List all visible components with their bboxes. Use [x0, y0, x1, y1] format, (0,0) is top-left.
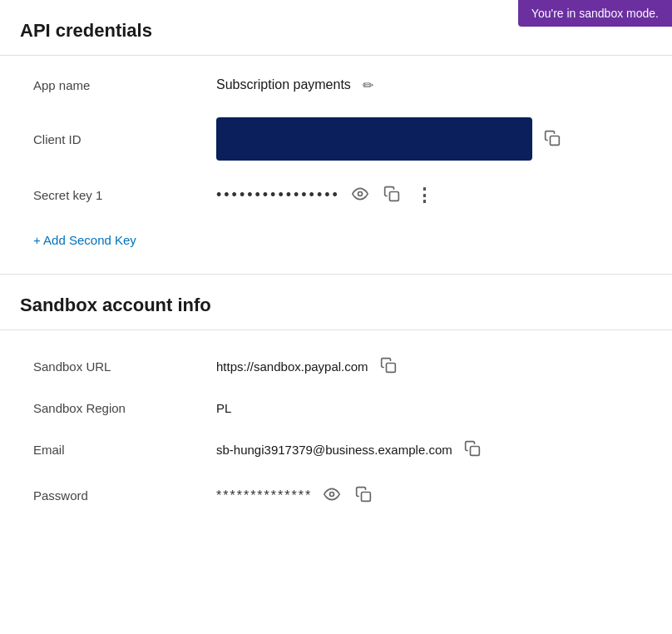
client-id-label: Client ID [33, 132, 216, 146]
sandbox-url-text: https://sandbox.paypal.com [216, 359, 368, 374]
email-row: Email sb-hungi3917379@business.example.c… [33, 427, 639, 473]
sandbox-region-value: PL [216, 401, 231, 415]
eye-icon [352, 189, 368, 206]
sandbox-region-row: Sandbox Region PL [33, 389, 639, 427]
add-second-key-link[interactable]: + Add Second Key [33, 233, 136, 247]
svg-rect-3 [386, 364, 395, 373]
password-dots: ************** [216, 488, 312, 503]
pencil-icon: ✏ [363, 78, 373, 92]
sandbox-account-section: Sandbox account info Sandbox URL https:/… [0, 275, 672, 532]
reveal-password-button[interactable] [320, 484, 343, 507]
app-name-value: Subscription payments ✏ [216, 76, 377, 94]
email-text: sb-hungi3917379@business.example.com [216, 443, 452, 457]
app-name-label: App name [33, 78, 216, 92]
client-id-value [216, 117, 564, 161]
svg-point-1 [358, 192, 362, 196]
email-label: Email [33, 443, 216, 457]
eye-password-icon [324, 489, 340, 506]
copy-email-icon [464, 443, 481, 460]
sandbox-url-label: Sandbox URL [33, 359, 216, 374]
svg-point-5 [330, 493, 334, 497]
copy-secret-icon [383, 189, 400, 206]
sandbox-url-row: Sandbox URL https://sandbox.paypal.com [33, 344, 639, 389]
svg-rect-0 [551, 136, 560, 145]
copy-url-icon [380, 360, 397, 377]
sandbox-section-title: Sandbox account info [0, 275, 672, 329]
app-name-row: App name Subscription payments ✏ [33, 76, 639, 94]
secret-key-label: Secret key 1 [33, 188, 216, 202]
secret-key-value: •••••••••••••••• ⋮ [216, 184, 437, 206]
svg-rect-6 [362, 493, 371, 502]
edit-app-name-button[interactable]: ✏ [359, 76, 377, 94]
copy-sandbox-url-button[interactable] [377, 355, 400, 378]
copy-password-button[interactable] [352, 484, 375, 507]
email-value: sb-hungi3917379@business.example.com [216, 438, 484, 461]
sandbox-info-rows: Sandbox URL https://sandbox.paypal.com S… [0, 330, 672, 532]
copy-email-button[interactable] [461, 438, 484, 461]
copy-client-id-button[interactable] [541, 128, 564, 151]
svg-rect-2 [389, 192, 398, 201]
sandbox-region-text: PL [216, 401, 231, 415]
sandbox-region-label: Sandbox Region [33, 401, 216, 415]
svg-rect-4 [470, 447, 479, 456]
more-options-button[interactable]: ⋮ [412, 185, 437, 206]
sandbox-url-value: https://sandbox.paypal.com [216, 355, 400, 378]
client-id-row: Client ID [33, 117, 639, 161]
api-credentials-section: App name Subscription payments ✏ Client … [0, 56, 672, 274]
page-title: API credentials [20, 20, 652, 42]
secret-key-row: Secret key 1 •••••••••••••••• [33, 184, 639, 206]
reveal-secret-key-button[interactable] [348, 184, 372, 206]
password-row: Password ************** [33, 473, 639, 518]
client-id-box [216, 117, 532, 161]
app-name-text: Subscription payments [216, 77, 351, 92]
copy-secret-key-button[interactable] [380, 184, 403, 206]
secret-key-dots: •••••••••••••••• [216, 186, 340, 204]
copy-icon [544, 133, 561, 150]
copy-password-icon [355, 489, 372, 506]
password-value: ************** [216, 484, 375, 507]
page-header: API credentials [0, 0, 672, 55]
password-label: Password [33, 488, 216, 503]
